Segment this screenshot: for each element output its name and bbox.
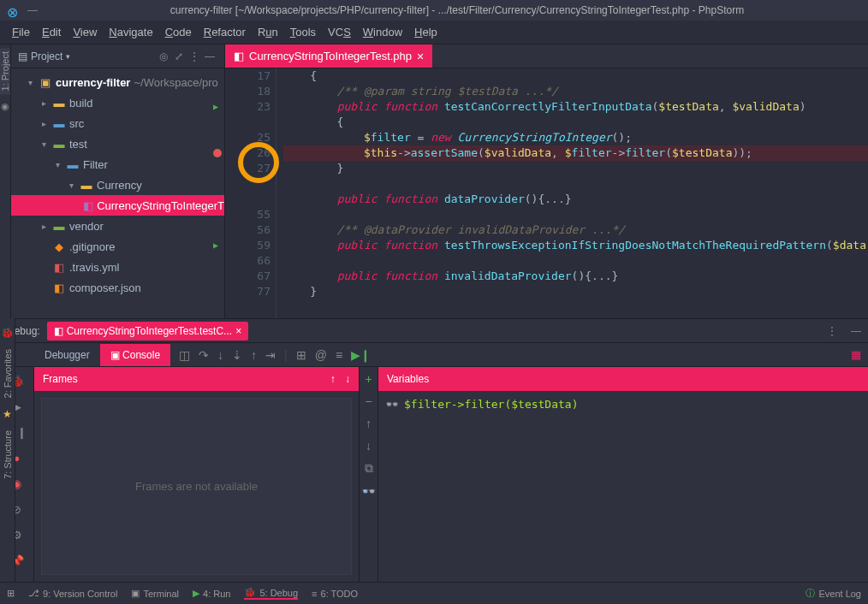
yml-icon: ◧ [52, 260, 66, 274]
tree-root[interactable]: ▾ ▣ currency-filter ~/Workspace/pro [11, 72, 224, 92]
favorites-tab[interactable]: 2: Favorites [3, 349, 13, 398]
layout-icon[interactable]: ▦ [851, 348, 861, 361]
left-tool-strip: 🐞 2: Favorites ★ 7: Structure [0, 318, 15, 582]
prev-frame-icon[interactable]: ↑ [330, 373, 336, 385]
close-icon[interactable]: × [235, 325, 241, 337]
window-close-icon[interactable]: ⊗ [7, 4, 19, 16]
variables-title: Variables [387, 373, 429, 385]
watch-expression[interactable]: 👓$filter->filter($testData) [385, 398, 861, 411]
glasses-icon[interactable]: 👓 [361, 484, 376, 498]
editor-tabs: ◧ CurrencyStringToIntegerTest.php × [225, 44, 868, 68]
status-run[interactable]: ▶4: Run [193, 588, 230, 599]
frames-panel: Frames ↑ ↓ Frames are not available [34, 367, 360, 582]
evaluate-icon[interactable]: ⊞ [296, 348, 306, 362]
status-terminal[interactable]: ▣Terminal [131, 588, 179, 599]
editor-tab-active[interactable]: ◧ CurrencyStringToIntegerTest.php × [225, 44, 432, 68]
close-tab-icon[interactable]: × [417, 50, 424, 63]
folder-icon: ▬ [52, 116, 66, 130]
collapse-icon[interactable]: ⤢ [171, 49, 187, 64]
folder-icon: ▬ [66, 157, 80, 171]
tree-item-gitignore[interactable]: ◆.gitignore [11, 236, 224, 257]
menu-run[interactable]: Run [253, 24, 283, 40]
info-icon: ⓘ [806, 587, 815, 600]
more-icon[interactable]: ⋮ [827, 325, 837, 337]
chevron-down-icon: ▾ [66, 52, 70, 61]
list-icon[interactable]: ≡ [336, 348, 342, 362]
hide-icon[interactable]: — [851, 325, 861, 337]
copy-icon[interactable]: ⧉ [365, 461, 373, 476]
variables-panel: Variables 👓$filter->filter($testData) [378, 367, 868, 582]
bookmark-icon[interactable]: ◉ [1, 101, 9, 112]
menu-tools[interactable]: Tools [285, 24, 321, 40]
menu-view[interactable]: View [68, 24, 102, 40]
gutter[interactable]: 171823▶252627555659▶666777 [225, 68, 276, 318]
code[interactable]: { /** @param string $testData ...*/ publ… [276, 68, 868, 318]
project-icon: ▤ [18, 50, 27, 62]
menu-edit[interactable]: Edit [37, 24, 66, 40]
tree-item-build[interactable]: ▸▬build [11, 92, 224, 113]
menu-refactor[interactable]: Refactor [199, 24, 251, 40]
tree-item-file-selected[interactable]: ◧CurrencyStringToIntegerT [11, 195, 224, 216]
target-icon[interactable]: ◎ [156, 49, 171, 64]
star-icon[interactable]: ★ [3, 408, 12, 420]
play-pause-icon[interactable]: ▶❙ [351, 348, 371, 362]
editor-area: ◧ CurrencyStringToIntegerTest.php × 1718… [225, 44, 868, 318]
left-tool-tabs: 1: Project ◉ [0, 44, 11, 318]
tree-item-filter[interactable]: ▾▬Filter [11, 154, 224, 175]
console-tab[interactable]: ▣ Console [100, 344, 170, 366]
force-step-icon[interactable]: ⇣ [232, 348, 242, 362]
down-icon[interactable]: ↓ [366, 439, 372, 453]
menu-file[interactable]: File [7, 24, 35, 40]
tool-windows-icon[interactable]: ⊞ [7, 588, 15, 599]
statusbar: ⊞ ⎇9: Version Control ▣Terminal ▶4: Run … [0, 582, 868, 604]
folder-icon: ▬ [52, 137, 66, 151]
frames-title: Frames [43, 373, 78, 385]
status-version-control[interactable]: ⎇9: Version Control [28, 588, 117, 599]
step-out-icon[interactable]: ↓ [217, 348, 223, 362]
structure-tab[interactable]: 7: Structure [3, 430, 13, 479]
at-icon[interactable]: @ [315, 348, 327, 362]
tree-item-test[interactable]: ▾▬test [11, 133, 224, 154]
drop-frame-icon[interactable]: ⇥ [265, 348, 276, 362]
folder-icon: ▣ [39, 75, 52, 89]
folder-icon: ▬ [80, 178, 93, 192]
status-debug[interactable]: 🐞5: Debug [244, 587, 298, 600]
tree-item-currency[interactable]: ▾▬Currency [11, 175, 224, 195]
up-icon[interactable]: ↑ [366, 417, 372, 430]
status-todo[interactable]: ≡6: TODO [312, 589, 358, 599]
php-icon: ◧ [54, 325, 63, 337]
menu-vcs[interactable]: VCS [323, 24, 356, 40]
add-watch-icon[interactable]: + [365, 372, 372, 386]
editor-content[interactable]: 171823▶252627555659▶666777 { /** @param … [225, 68, 868, 318]
run-to-cursor-icon[interactable]: ↑ [251, 348, 257, 362]
menu-help[interactable]: Help [409, 24, 443, 40]
next-frame-icon[interactable]: ↓ [345, 373, 350, 385]
project-tool-tab[interactable]: 1: Project [0, 48, 10, 94]
bug-icon[interactable]: 🐞 [1, 327, 14, 339]
tree-item-vendor[interactable]: ▸▬vendor [11, 216, 224, 236]
folder-icon: ▬ [52, 219, 66, 233]
tree-item-src[interactable]: ▸▬src [11, 113, 224, 133]
settings-icon[interactable]: ⋮ [187, 49, 202, 64]
glasses-icon: 👓 [385, 398, 399, 411]
tree-item-composer[interactable]: ◧composer.json [11, 277, 224, 298]
debug-run-config-tab[interactable]: ◧ CurrencyStringToIntegerTest.testC... × [47, 322, 248, 340]
run-icon: ▶ [193, 588, 199, 599]
step-into-icon[interactable]: ↷ [199, 348, 209, 362]
frames-empty: Frames are not available [41, 398, 352, 575]
project-tree: ▾ ▣ currency-filter ~/Workspace/pro ▸▬bu… [11, 68, 224, 318]
vars-toolbar: + − ↑ ↓ ⧉ 👓 [360, 367, 378, 582]
debugger-tab[interactable]: Debugger [34, 344, 100, 366]
event-log[interactable]: ⓘ Event Log [806, 587, 861, 600]
debug-panel: Debug: ◧ CurrencyStringToIntegerTest.tes… [0, 318, 868, 582]
menu-code[interactable]: Code [160, 24, 197, 40]
menu-window[interactable]: Window [358, 24, 407, 40]
window-minimize-icon[interactable]: — [27, 4, 39, 16]
hide-icon[interactable]: — [202, 49, 217, 64]
vcs-icon: ⎇ [28, 588, 39, 599]
project-view-selector[interactable]: ▤ Project ▾ [18, 50, 70, 62]
step-over-icon[interactable]: ◫ [179, 348, 190, 362]
tree-item-travis[interactable]: ◧.travis.yml [11, 257, 224, 277]
remove-watch-icon[interactable]: − [365, 394, 372, 408]
menu-navigate[interactable]: Navigate [104, 24, 158, 40]
